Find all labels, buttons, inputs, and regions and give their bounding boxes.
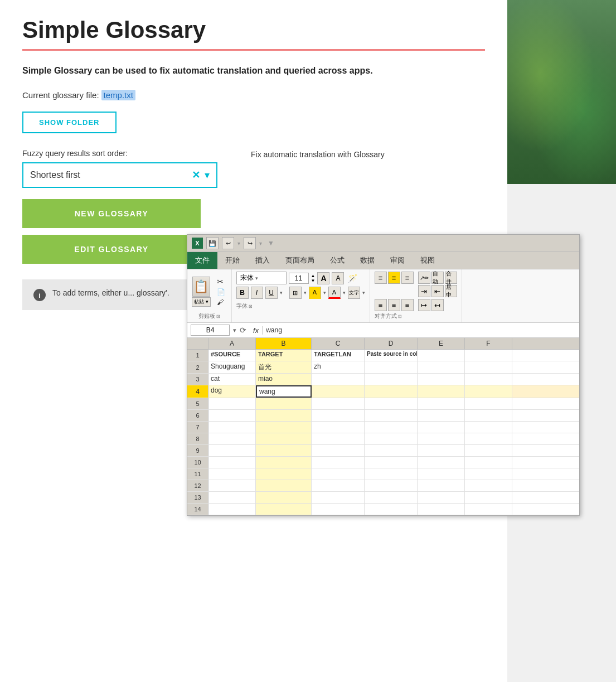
cell-e1[interactable] bbox=[418, 350, 465, 361]
cell-a2[interactable]: Shouguang bbox=[208, 361, 256, 373]
underline-arrow[interactable]: ▾ bbox=[280, 290, 283, 296]
save-btn[interactable]: 💾 bbox=[206, 237, 219, 249]
cell-d3[interactable] bbox=[365, 374, 418, 385]
cell-b14[interactable] bbox=[256, 504, 312, 515]
cell-e10[interactable] bbox=[418, 457, 465, 468]
cell-d14[interactable] bbox=[365, 504, 418, 515]
cell-d8[interactable] bbox=[365, 433, 418, 444]
cell-f2[interactable] bbox=[465, 361, 512, 373]
font-name-selector[interactable]: 宋体 ▾ bbox=[236, 272, 287, 284]
cell-a10[interactable] bbox=[208, 457, 256, 468]
cell-e12[interactable] bbox=[418, 480, 465, 491]
font-color-button[interactable]: A bbox=[328, 287, 341, 299]
cell-c11[interactable] bbox=[312, 468, 365, 480]
align-top-left-btn[interactable]: ≡ bbox=[375, 272, 387, 284]
cell-b8[interactable] bbox=[256, 433, 312, 444]
cell-f3[interactable] bbox=[465, 374, 512, 385]
col-header-f[interactable]: F bbox=[465, 338, 512, 349]
cell-e13[interactable] bbox=[418, 492, 465, 503]
font-increase-button[interactable]: A bbox=[317, 272, 329, 284]
cell-d1[interactable]: Paste source in column A a bbox=[365, 350, 418, 361]
cell-b12[interactable] bbox=[256, 480, 312, 491]
cell-a4[interactable]: dog bbox=[208, 385, 256, 398]
text-convert-arrow[interactable]: ▾ bbox=[362, 290, 365, 296]
cell-c6[interactable] bbox=[312, 410, 365, 421]
cell-a8[interactable] bbox=[208, 433, 256, 444]
cell-f1[interactable] bbox=[465, 350, 512, 361]
cell-f7[interactable] bbox=[465, 422, 512, 433]
cell-a7[interactable] bbox=[208, 422, 256, 433]
sort-dropdown[interactable]: Shortest first ✕ ▾ bbox=[22, 162, 217, 188]
edit-glossary-button[interactable]: EDIT GLOSSARY bbox=[22, 235, 201, 264]
tab-file[interactable]: 文件 bbox=[187, 252, 217, 269]
cell-e7[interactable] bbox=[418, 422, 465, 433]
redo-btn[interactable]: ↪ bbox=[244, 237, 256, 249]
cell-f13[interactable] bbox=[465, 492, 512, 503]
cell-c13[interactable] bbox=[312, 492, 365, 503]
underline-button[interactable]: U bbox=[265, 287, 278, 299]
italic-button[interactable]: I bbox=[251, 287, 263, 299]
cell-b1[interactable]: TARGET bbox=[256, 350, 312, 361]
cell-b13[interactable] bbox=[256, 492, 312, 503]
cell-e3[interactable] bbox=[418, 374, 465, 385]
align-center-btn[interactable]: ≡ bbox=[388, 272, 400, 284]
cell-c10[interactable] bbox=[312, 457, 365, 468]
cell-c4[interactable] bbox=[312, 385, 365, 398]
cell-b2[interactable]: 首光 bbox=[256, 361, 312, 373]
undo-btn[interactable]: ↩ bbox=[222, 237, 234, 249]
clear-format-icon[interactable]: 🪄 bbox=[346, 272, 358, 284]
cell-b7[interactable] bbox=[256, 422, 312, 433]
cell-f6[interactable] bbox=[465, 410, 512, 421]
formula-refresh-btn[interactable]: ⟳ bbox=[240, 326, 246, 335]
copy-button[interactable]: 📄 bbox=[215, 288, 227, 297]
cell-c5[interactable] bbox=[312, 398, 365, 409]
auto-wrap-btn[interactable]: 自动 bbox=[431, 272, 444, 284]
align-bottom-btn[interactable]: ≡ bbox=[401, 272, 414, 284]
cell-c9[interactable] bbox=[312, 445, 365, 456]
cell-a13[interactable] bbox=[208, 492, 256, 503]
cell-f11[interactable] bbox=[465, 468, 512, 480]
align-expand-icon[interactable]: ⊡ bbox=[398, 314, 402, 319]
cell-e8[interactable] bbox=[418, 433, 465, 444]
cell-reference-box[interactable]: B4 bbox=[191, 325, 230, 336]
text-convert-button[interactable]: 文字 bbox=[348, 287, 360, 299]
border-button[interactable]: ⊞ bbox=[289, 287, 302, 299]
bold-button[interactable]: B bbox=[236, 287, 249, 299]
tab-view[interactable]: 视图 bbox=[413, 252, 443, 269]
font-color-arrow[interactable]: ▾ bbox=[343, 290, 346, 296]
cell-f14[interactable] bbox=[465, 504, 512, 515]
tab-review[interactable]: 审阅 bbox=[382, 252, 413, 269]
col-header-a[interactable]: A bbox=[208, 338, 256, 349]
cell-d10[interactable] bbox=[365, 457, 418, 468]
paste-sub-btn[interactable]: 粘贴 ▾ bbox=[192, 297, 211, 307]
format-painter-button[interactable]: 🖌 bbox=[215, 298, 227, 307]
cell-a12[interactable] bbox=[208, 480, 256, 491]
cell-d13[interactable] bbox=[365, 492, 418, 503]
clipboard-expand-icon[interactable]: ⊡ bbox=[216, 314, 220, 319]
cell-a14[interactable] bbox=[208, 504, 256, 515]
font-name-arrow[interactable]: ▾ bbox=[255, 275, 258, 281]
cell-d2[interactable] bbox=[365, 361, 418, 373]
cell-e11[interactable] bbox=[418, 468, 465, 480]
tab-data[interactable]: 数据 bbox=[352, 252, 382, 269]
indent-decrease-btn[interactable]: ⇤ bbox=[431, 285, 444, 297]
cell-a1[interactable]: #SOURCE bbox=[208, 350, 256, 361]
cell-e14[interactable] bbox=[418, 504, 465, 515]
orientation-btn[interactable]: ↗✏ bbox=[418, 272, 430, 284]
font-expand-icon[interactable]: ⊡ bbox=[249, 304, 253, 309]
cell-f4[interactable] bbox=[465, 385, 512, 398]
col-header-c[interactable]: C bbox=[312, 338, 365, 349]
decrease-indent-btn[interactable]: ↤ bbox=[431, 299, 444, 311]
cell-c12[interactable] bbox=[312, 480, 365, 491]
sort-arrow-icon[interactable]: ▾ bbox=[205, 169, 210, 181]
tab-formula[interactable]: 公式 bbox=[322, 252, 352, 269]
col-header-e[interactable]: E bbox=[418, 338, 465, 349]
h-center-btn[interactable]: ≡ bbox=[388, 299, 400, 311]
cell-e5[interactable] bbox=[418, 398, 465, 409]
cell-f12[interactable] bbox=[465, 480, 512, 491]
tab-start[interactable]: 开始 bbox=[217, 252, 248, 269]
font-size-selector[interactable]: 11 bbox=[289, 273, 309, 284]
show-folder-button[interactable]: SHOW FOLDER bbox=[22, 112, 117, 133]
cell-f10[interactable] bbox=[465, 457, 512, 468]
border-arrow[interactable]: ▾ bbox=[304, 290, 307, 296]
